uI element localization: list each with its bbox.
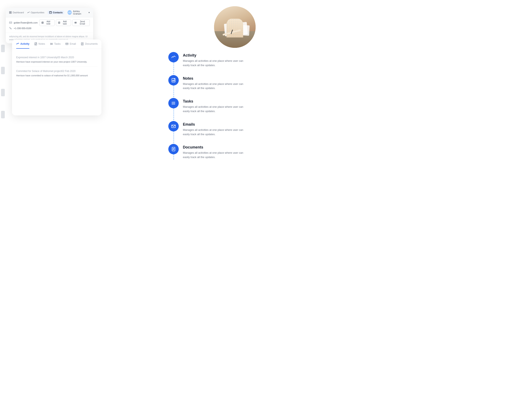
- feature-icon-tasks: [168, 98, 179, 108]
- contact-bar: goldenTower@info.com Add note Add task S…: [6, 17, 93, 33]
- feature-notes: Notes Manages all activities at one plac…: [168, 75, 260, 91]
- user-pill[interactable]: AG Ashley Graham ▾: [67, 10, 90, 15]
- feature-emails: Emails Manages all activities at one pla…: [168, 121, 260, 137]
- svg-rect-4: [49, 12, 52, 13]
- user-avatar: AG: [67, 10, 72, 15]
- svg-rect-1: [11, 12, 12, 12]
- feature-desc-activity: Manages all activities at one place wher…: [183, 59, 245, 68]
- feature-desc-emails: Manages all activities at one place wher…: [183, 128, 245, 137]
- contact-phone-row: +1-330-555-0100: [9, 27, 90, 30]
- feature-desc-documents: Manages all activities at one place wher…: [183, 151, 245, 160]
- feature-title-documents: Documents: [183, 145, 245, 149]
- feature-icon-activity: [168, 52, 179, 62]
- svg-rect-0: [9, 12, 10, 12]
- activity-body-1: Herrison have expressed interest on your…: [16, 60, 97, 64]
- svg-rect-3: [11, 13, 12, 13]
- send-email-button[interactable]: Send Email: [72, 19, 90, 26]
- activity-item-1: Expressed interest in 1007 University05 …: [16, 53, 97, 67]
- nav-opportunities[interactable]: Opportunities: [27, 11, 44, 14]
- feature-text-emails: Emails Manages all activities at one pla…: [183, 121, 245, 137]
- svg-rect-7: [42, 22, 43, 24]
- tab-bar: Activity Notes Tasks: [12, 39, 101, 49]
- tab-notes[interactable]: Notes: [34, 39, 45, 49]
- photo-inner: [214, 6, 256, 48]
- photo-oval: [214, 6, 256, 48]
- sidebar-decorative: [1, 45, 5, 118]
- nav-dashboard[interactable]: Dashboard: [9, 11, 24, 14]
- feature-icon-documents: [168, 144, 179, 154]
- tab-activity[interactable]: Activity: [16, 39, 29, 49]
- feature-icon-emails: [168, 121, 179, 131]
- svg-rect-2: [9, 13, 10, 13]
- feature-title-activity: Activity: [183, 53, 245, 58]
- feature-tasks: Tasks Manages all activities at one plac…: [168, 98, 260, 113]
- feature-text-notes: Notes Manages all activities at one plac…: [183, 75, 245, 91]
- add-note-button[interactable]: Add note: [39, 19, 55, 26]
- feature-title-notes: Notes: [183, 76, 245, 81]
- crm-background-window: Dashboard Opportunities Contacts AG Ashl…: [6, 8, 93, 43]
- activity-title-2: Commited for Solace of Mahomet project02…: [16, 70, 97, 73]
- tab-email[interactable]: Email: [66, 39, 76, 49]
- feature-title-tasks: Tasks: [183, 99, 245, 104]
- contact-email-row: goldenTower@info.com Add note Add task S…: [9, 19, 90, 26]
- feature-desc-notes: Manages all activities at one place wher…: [183, 82, 245, 91]
- nav-contacts[interactable]: Contacts: [48, 11, 64, 14]
- feature-text-activity: Activity Manages all activities at one p…: [183, 52, 245, 68]
- crm-main-card: Activity Notes Tasks: [12, 39, 101, 115]
- activity-title-1: Expressed interest in 1007 University05 …: [16, 56, 97, 59]
- add-task-button[interactable]: Add task: [56, 19, 71, 26]
- right-section: Activity Manages all activities at one p…: [168, 8, 260, 167]
- activity-body-2: Herrison have commited to solace of maho…: [16, 74, 97, 77]
- crm-topbar: Dashboard Opportunities Contacts AG Ashl…: [6, 8, 93, 17]
- feature-list: Activity Manages all activities at one p…: [168, 52, 260, 160]
- feature-title-emails: Emails: [183, 122, 245, 127]
- activity-item-2: Commited for Solace of Mahomet project02…: [16, 67, 97, 80]
- feature-icon-notes: [168, 75, 179, 86]
- feature-text-documents: Documents Manages all activities at one …: [183, 144, 245, 160]
- action-buttons: Add note Add task Send Email: [39, 19, 90, 26]
- feature-text-tasks: Tasks Manages all activities at one plac…: [183, 98, 245, 113]
- tab-tasks[interactable]: Tasks: [50, 39, 61, 49]
- feature-documents: Documents Manages all activities at one …: [168, 144, 260, 160]
- feature-desc-tasks: Manages all activities at one place wher…: [183, 105, 245, 113]
- activity-content: Expressed interest in 1007 University05 …: [12, 49, 101, 115]
- feature-activity: Activity Manages all activities at one p…: [168, 52, 260, 68]
- tab-documents[interactable]: Documents: [81, 39, 98, 49]
